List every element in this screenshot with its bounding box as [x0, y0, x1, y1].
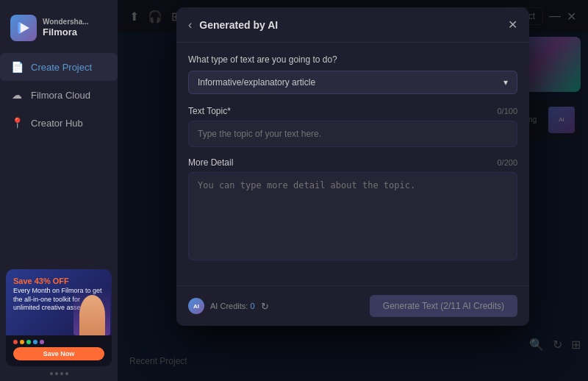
logo-text: Wondersha... Filmora [43, 17, 89, 39]
credits-value: 0 [250, 302, 254, 310]
text-type-dropdown[interactable]: Informative/explanatory article ▾ [188, 71, 517, 94]
text-topic-label: Text Topic* [188, 106, 231, 116]
svg-rect-1 [18, 22, 21, 34]
creator-hub-icon: 📍 [10, 116, 24, 129]
ad-person-image [74, 288, 110, 335]
text-topic-char-count: 0/100 [497, 107, 517, 115]
ad-banner-top: Save 43% OFF Every Month on Filmora to g… [6, 269, 112, 335]
modal-body: What type of text are you going to do? I… [176, 43, 529, 285]
credits-refresh-icon[interactable]: ↻ [261, 301, 269, 312]
more-detail-group: More Detail 0/200 [188, 157, 517, 263]
modal-back-button[interactable]: ‹ [188, 18, 192, 32]
navigation-dots [0, 372, 118, 375]
more-detail-textarea[interactable] [188, 172, 517, 260]
sidebar: Wondersha... Filmora 📄 Create Project ☁ … [0, 0, 118, 381]
credits-text: AI Credits: 0 [210, 302, 255, 310]
dropdown-chevron-icon: ▾ [503, 77, 508, 88]
text-topic-header: Text Topic* 0/100 [188, 106, 517, 116]
sidebar-item-create-project[interactable]: 📄 Create Project [0, 53, 118, 81]
ad-banner: Save 43% OFF Every Month on Filmora to g… [6, 269, 112, 366]
modal-overlay: ‹ Generated by AI ✕ What type of text ar… [118, 0, 588, 381]
question-label: What type of text are you going to do? [188, 54, 517, 65]
sidebar-item-creator-hub[interactable]: 📍 Creator Hub [0, 109, 118, 137]
more-detail-header: More Detail 0/200 [188, 157, 517, 168]
ad-color-dots [6, 335, 112, 344]
generate-button[interactable]: Generate Text (2/11 AI Credits) [370, 295, 517, 317]
ad-save-text: Save 43% OFF [13, 277, 104, 285]
filmora-cloud-icon: ☁ [10, 88, 24, 102]
dropdown-value: Informative/explanatory article [198, 77, 315, 88]
main-area: ⬆ 🎧 ⊞ 📁 Open Project — ✕ Copywriting AI … [118, 0, 588, 381]
modal-footer: AI AI Credits: 0 ↻ Generate Text (2/11 A… [176, 285, 529, 326]
sidebar-item-filmora-cloud[interactable]: ☁ Filmora Cloud [0, 81, 118, 109]
ai-icon: AI [188, 298, 204, 314]
text-topic-input[interactable] [188, 121, 517, 147]
app-logo-icon [10, 15, 37, 41]
logo-area: Wondersha... Filmora [0, 9, 99, 53]
ai-modal: ‹ Generated by AI ✕ What type of text ar… [176, 7, 529, 326]
modal-title: Generated by AI [199, 19, 278, 31]
modal-header: ‹ Generated by AI ✕ [176, 7, 529, 43]
svg-marker-0 [19, 22, 29, 34]
more-detail-char-count: 0/200 [497, 158, 517, 167]
credits-area: AI AI Credits: 0 ↻ [188, 298, 269, 314]
text-topic-group: Text Topic* 0/100 [188, 106, 517, 147]
create-project-icon: 📄 [10, 60, 24, 74]
modal-close-button[interactable]: ✕ [508, 18, 517, 32]
more-detail-label: More Detail [188, 157, 233, 168]
save-now-button[interactable]: Save Now [13, 347, 104, 360]
modal-header-left: ‹ Generated by AI [188, 18, 278, 32]
